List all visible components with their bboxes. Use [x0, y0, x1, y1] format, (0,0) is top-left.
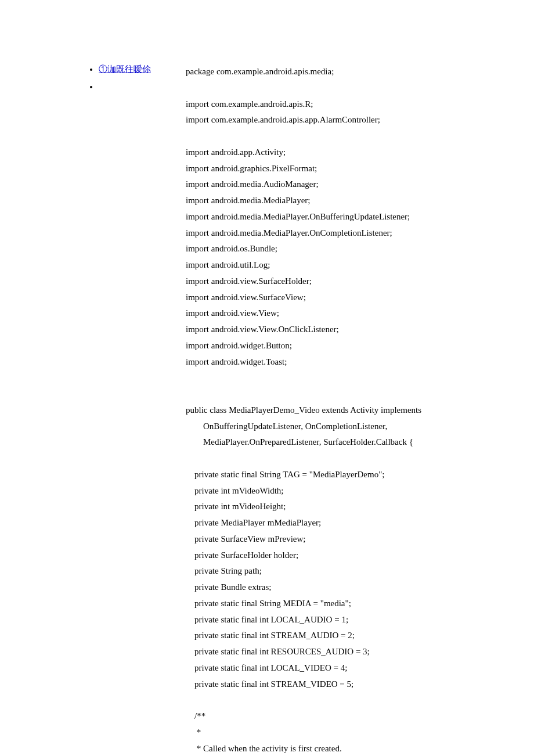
code-line: * [186, 725, 499, 741]
code-line [186, 370, 499, 386]
code-line: public class MediaPlayerDemo_Video exten… [186, 402, 499, 419]
code-line: import android.media.MediaPlayer; [186, 193, 499, 209]
code-line: private MediaPlayer mMediaPlayer; [186, 515, 499, 531]
code-line: private static final int RESOURCES_AUDIO… [186, 644, 499, 660]
code-line [186, 451, 499, 467]
code-line: import android.media.MediaPlayer.OnBuffe… [186, 209, 499, 225]
code-line: import android.media.MediaPlayer.OnCompl… [186, 225, 499, 242]
code-line: import android.app.Activity; [186, 145, 499, 161]
code-line: private static final int STREAM_AUDIO = … [186, 628, 499, 644]
code-line: import android.util.Log; [186, 257, 499, 273]
code-line: import android.widget.Toast; [186, 354, 499, 370]
code-line: private SurfaceView mPreview; [186, 531, 499, 548]
author-link[interactable]: ①泇既往嗳伱 [99, 64, 151, 74]
code-line: import com.example.android.apis.R; [186, 96, 499, 113]
code-line: package com.example.android.apis.media; [186, 64, 499, 80]
code-line: private Bundle extras; [186, 579, 499, 596]
code-line [186, 80, 499, 96]
two-column-layout: ①泇既往嗳伱 package com.example.android.apis.… [87, 64, 499, 756]
code-line: private String path; [186, 563, 499, 579]
list-item: ①泇既往嗳伱 [99, 64, 186, 75]
code-line [186, 128, 499, 145]
sidebar-list: ①泇既往嗳伱 [87, 64, 186, 92]
code-line: private static final int STREAM_VIDEO = … [186, 676, 499, 693]
code-line: private static final String MEDIA = "med… [186, 596, 499, 612]
code-line: * Called when the activity is first crea… [186, 741, 499, 757]
code-line: import android.os.Bundle; [186, 241, 499, 257]
sidebar: ①泇既往嗳伱 [87, 64, 186, 99]
code-line: import android.media.AudioManager; [186, 177, 499, 193]
code-line: private int mVideoWidth; [186, 483, 499, 499]
code-line: /** [186, 708, 499, 725]
code-line: import android.widget.Button; [186, 338, 499, 354]
code-line: private SurfaceHolder holder; [186, 548, 499, 564]
code-line: private static final String TAG = "Media… [186, 467, 499, 483]
code-line: private static final int LOCAL_VIDEO = 4… [186, 660, 499, 676]
code-content: package com.example.android.apis.media; … [186, 64, 499, 756]
code-line: import android.view.SurfaceHolder; [186, 273, 499, 290]
code-line: private int mVideoHeight; [186, 499, 499, 515]
code-line: private static final int LOCAL_AUDIO = 1… [186, 612, 499, 628]
code-line: import android.view.View; [186, 305, 499, 322]
list-item-empty [99, 82, 186, 92]
document-page: ①泇既往嗳伱 package com.example.android.apis.… [0, 0, 534, 756]
code-line [186, 386, 499, 402]
code-line: import android.view.SurfaceView; [186, 290, 499, 306]
code-line: import android.graphics.PixelFormat; [186, 161, 499, 177]
code-line: import android.view.View.OnClickListener… [186, 322, 499, 338]
code-line: OnBufferingUpdateListener, OnCompletionL… [186, 419, 499, 435]
code-line [186, 692, 499, 708]
code-line: import com.example.android.apis.app.Alar… [186, 112, 499, 128]
code-line: MediaPlayer.OnPreparedListener, SurfaceH… [186, 434, 499, 451]
